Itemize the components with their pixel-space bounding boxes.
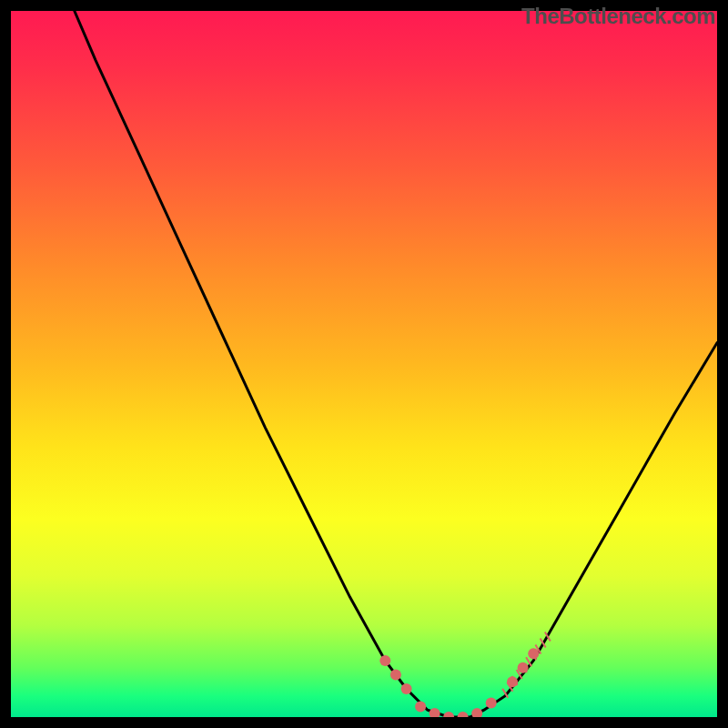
highlight-dot: [471, 708, 482, 717]
highlight-dot: [518, 662, 529, 673]
highlight-dot: [390, 669, 401, 680]
highlight-dot: [458, 712, 469, 717]
highlight-dots: [379, 648, 539, 717]
highlight-dot: [379, 655, 390, 666]
bottleneck-plot: [11, 11, 717, 717]
bottleneck-curve-line: [75, 11, 717, 717]
highlight-dot: [401, 683, 412, 694]
highlight-dot: [415, 701, 426, 712]
highlight-dot: [507, 676, 518, 687]
highlight-dot: [430, 708, 440, 717]
highlight-dot: [443, 712, 454, 717]
highlight-dot: [486, 698, 497, 709]
highlight-dot: [528, 648, 539, 659]
